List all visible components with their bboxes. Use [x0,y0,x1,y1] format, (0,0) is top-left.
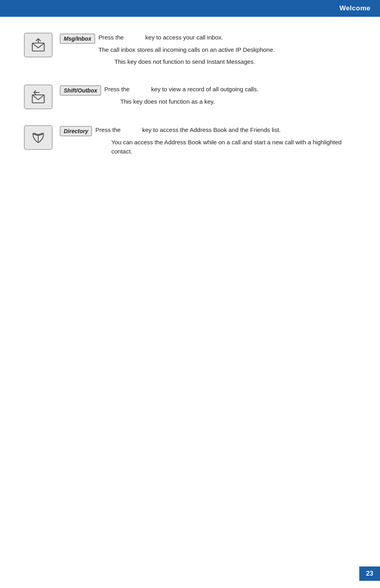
directory-icon-box [24,125,53,150]
entry-msg-inbox: Msg/Inbox Press the key to access your c… [24,33,356,69]
msg-inbox-text: Press the key to access your call inbox.… [98,33,356,69]
inbox-icon [31,37,46,53]
header-bar: Welcome [0,0,380,17]
directory-note-line: You can access the Address Book while on… [111,138,356,156]
msg-inbox-note-line: This key does not function to send Insta… [114,57,356,66]
shift-outbox-main-line: Press the key to view a record of all ou… [104,85,356,94]
msg-inbox-icon-box [24,33,53,57]
shift-outbox-key-label: Shift/Outbox [60,85,101,96]
directory-key-label: Directory [60,126,92,136]
directory-text: Press the key to access the Address Book… [95,125,356,159]
shift-outbox-text: Press the key to view a record of all ou… [104,85,356,109]
shift-outbox-note-line: This key does not function as a key. [120,97,356,106]
msg-inbox-sub-line: The call inbox stores all incoming calls… [98,45,356,54]
entry-shift-outbox: Shift/Outbox Press the key to view a rec… [24,85,356,109]
msg-inbox-key-label: Msg/Inbox [60,33,95,44]
directory-icon [31,130,46,145]
header-title: Welcome [339,4,370,12]
directory-main-line: Press the key to access the Address Book… [95,125,356,134]
entry-directory: Directory Press the key to access the Ad… [24,125,356,159]
msg-inbox-main-line: Press the key to access your call inbox. [98,33,356,42]
page-number: 23 [359,566,380,581]
outbox-icon [31,89,46,104]
content-area: Msg/Inbox Press the key to access your c… [0,17,380,191]
shift-outbox-icon-box [24,85,53,109]
